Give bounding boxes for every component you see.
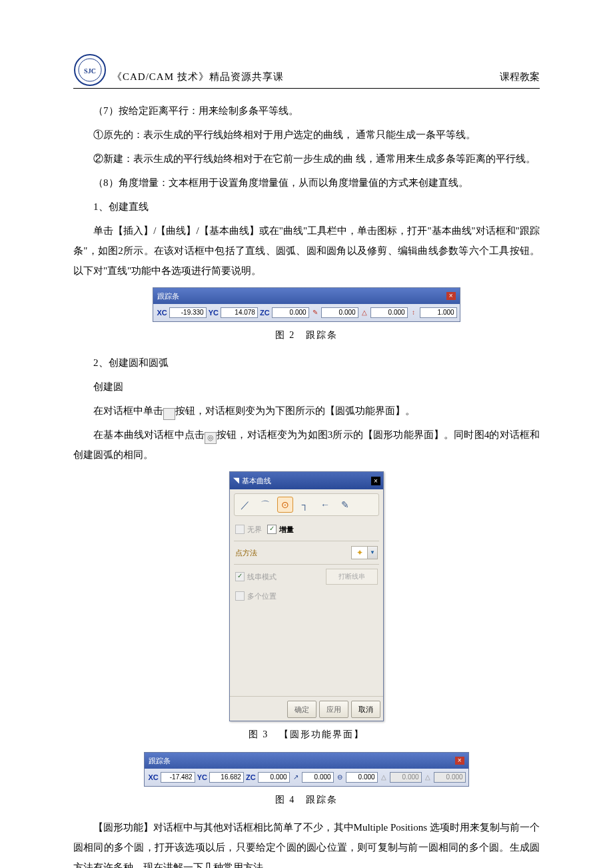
figure-2: 跟踪条 × XC -19.330 YC 14.078 ZC 0.000 ✎ 0.… — [73, 287, 540, 322]
figure-4: 跟踪条 × XC -17.482 YC 16.682 ZC 0.000 ↗ 0.… — [73, 752, 540, 787]
figure-2-caption: 图 2 跟踪条 — [73, 326, 540, 345]
step-icon: ↕ — [409, 308, 418, 317]
unbounded-label: 无界 — [247, 522, 262, 537]
para: 【圆形功能】对话框中与其他对话框相比简单了不少，其中Multiple Posit… — [73, 817, 540, 868]
infer-point-icon: ✦ — [352, 547, 367, 559]
para: （7）按给定距离平行：用来绘制多条平等线。 — [73, 101, 540, 121]
increment-label: 增量 — [279, 522, 294, 537]
step-input[interactable]: 1.000 — [420, 307, 457, 318]
trackbar-titlebar: 跟踪条 × — [153, 288, 459, 304]
point-method-label: 点方法 — [235, 545, 257, 560]
diameter-input[interactable]: 0.000 — [346, 772, 378, 783]
arc-icon[interactable]: ◝ — [163, 408, 175, 420]
angle1-icon: △ — [379, 773, 388, 782]
close-icon[interactable]: × — [455, 757, 464, 765]
svg-text:SJC: SJC — [84, 67, 96, 75]
edit-params-tool-icon[interactable]: ✎ — [337, 497, 353, 513]
multi-pos-row: 多个位置 — [234, 587, 379, 605]
angle-input[interactable]: 0.000 — [370, 307, 408, 318]
figure-3-caption: 图 3 【圆形功能界面】 — [73, 725, 540, 744]
increment-checkbox[interactable] — [267, 525, 277, 534]
yc-label: YC — [197, 770, 207, 785]
tracking-bar: 跟踪条 × XC -19.330 YC 14.078 ZC 0.000 ✎ 0.… — [153, 287, 460, 322]
options-row: 无界 增量 — [234, 520, 379, 539]
fillet-tool-icon[interactable]: ┐ — [297, 497, 313, 513]
angle2-input: 0.000 — [434, 772, 466, 783]
para: 在对话框中单击◝按钮，对话框则变为为下图所示的【圆弧功能界面】。 — [73, 401, 540, 421]
basic-curve-dialog: ◥ 基本曲线 × ／ ⌒ ⊙ ┐ ← ✎ 无界 增量 点方法 ✦ — [229, 471, 384, 721]
angle1-input: 0.000 — [390, 772, 422, 783]
radius-input[interactable]: 0.000 — [302, 772, 334, 783]
trackbar-titlebar: 跟踪条 × — [145, 753, 468, 769]
xc-label: XC — [148, 770, 158, 785]
line-tool-icon[interactable]: ／ — [237, 497, 253, 513]
logo-icon: SJC — [73, 53, 107, 87]
arc-tool-icon[interactable]: ⌒ — [257, 497, 273, 513]
yc-input[interactable]: 16.682 — [209, 772, 244, 783]
para: 单击【插入】/【曲线】/【基本曲线】或在"曲线"工具栏中，单击图标，打开"基本曲… — [73, 221, 540, 281]
multi-pos-label: 多个位置 — [247, 589, 277, 603]
multi-pos-checkbox[interactable] — [235, 591, 245, 601]
apply-button[interactable]: 应用 — [319, 701, 348, 718]
para: ②新建：表示生成的平行线始终相对于在它前一步生成的曲 线，通常用来生成多条等距离… — [73, 149, 540, 169]
xc-input[interactable]: -19.330 — [169, 307, 207, 318]
para: 2、创建圆和圆弧 — [73, 353, 540, 373]
dialog-titlebar: ◥ 基本曲线 × — [230, 472, 383, 489]
diameter-icon: ⊖ — [335, 773, 344, 782]
break-string-button: 打断线串 — [326, 569, 378, 585]
para: 在基本曲线对话框中点击◎按钮，对话框变为为如图3所示的【圆形功能界面】。同时图4… — [73, 425, 540, 465]
angle-icon: △ — [360, 308, 369, 317]
yc-input[interactable]: 14.078 — [221, 307, 258, 318]
trim-tool-icon[interactable]: ← — [317, 497, 333, 513]
zc-input[interactable]: 0.000 — [272, 307, 309, 318]
chevron-down-icon: ▼ — [367, 547, 377, 559]
header-right: 课程教案 — [500, 67, 540, 87]
curve-toolbar: ／ ⌒ ⊙ ┐ ← ✎ — [234, 493, 379, 516]
yc-label: YC — [209, 305, 219, 320]
string-mode-label: 线串模式 — [247, 569, 277, 584]
string-mode-row: 线串模式 打断线串 — [234, 567, 379, 587]
zc-label: ZC — [260, 305, 270, 320]
header-title: 《CAD/CAM 技术》精品资源共享课 — [112, 67, 500, 87]
dialog-title-text: ◥ 基本曲线 — [233, 473, 271, 488]
figure-4-caption: 图 4 跟踪条 — [73, 791, 540, 809]
figure-3: ◥ 基本曲线 × ／ ⌒ ⊙ ┐ ← ✎ 无界 增量 点方法 ✦ — [73, 471, 540, 721]
length-icon: ✎ — [310, 308, 320, 317]
tracking-bar-2: 跟踪条 × XC -17.482 YC 16.682 ZC 0.000 ↗ 0.… — [144, 752, 468, 787]
length-input[interactable]: 0.000 — [321, 307, 358, 318]
trackbar-title-text: 跟踪条 — [157, 289, 179, 303]
para: 1、创建直线 — [73, 197, 540, 217]
string-mode-checkbox — [235, 572, 245, 581]
zc-label: ZC — [246, 770, 256, 785]
circle-tool-icon[interactable]: ⊙ — [277, 497, 293, 513]
unbounded-checkbox — [235, 525, 245, 534]
close-icon[interactable]: × — [446, 292, 456, 300]
para: 创建圆 — [73, 377, 540, 397]
cancel-button[interactable]: 取消 — [351, 701, 380, 718]
para: ①原先的：表示生成的平行线始终相对于用户选定的曲线， 通常只能生成一条平等线。 — [73, 125, 540, 145]
close-icon[interactable]: × — [371, 477, 380, 485]
angle2-icon: △ — [423, 773, 432, 782]
xc-input[interactable]: -17.482 — [161, 772, 195, 783]
point-method-row: 点方法 ✦ ▼ — [234, 543, 379, 562]
circle-icon[interactable]: ◎ — [205, 432, 217, 444]
zc-input[interactable]: 0.000 — [258, 772, 290, 783]
page-header: SJC 《CAD/CAM 技术》精品资源共享课 课程教案 — [73, 53, 540, 89]
ok-button[interactable]: 确定 — [287, 701, 316, 718]
point-method-combo[interactable]: ✦ ▼ — [351, 546, 378, 559]
para: （8）角度增量：文本框用于设置角度增量值，从而以角度增量值的方式来创建直线。 — [73, 173, 540, 193]
xc-label: XC — [157, 305, 167, 320]
trackbar-title-text: 跟踪条 — [149, 753, 171, 768]
radius-icon: ↗ — [291, 773, 301, 782]
